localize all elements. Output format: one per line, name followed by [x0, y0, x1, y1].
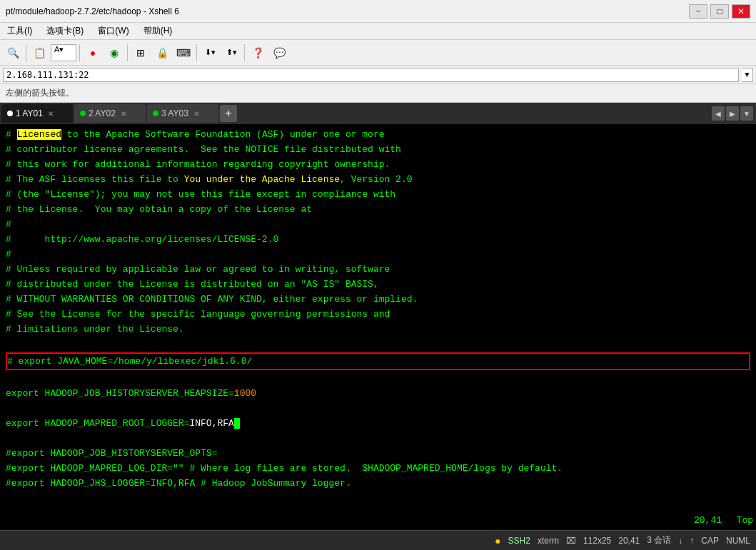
- line-19: [6, 403, 11, 414]
- line-20: export HADOOP_MAPRED_ROOT_LOGGER=INFO,RF…: [6, 418, 240, 429]
- line-4: # The ASF licenses this file to You unde…: [6, 174, 413, 185]
- toolbar-copy[interactable]: 📋: [29, 43, 49, 63]
- address-input[interactable]: [3, 68, 739, 82]
- toolbar: 🔍 📋 A▾ ● ◉ ⊞ 🔒 ⌨ ⬇▾ ⬆▾ ❓ 💬: [0, 40, 756, 66]
- status-bar: ● SSH2 xterm ⌧ 112x25 20,41 3 会话 ↓ ↑ CAP…: [0, 530, 756, 550]
- scroll-pos: Top: [737, 514, 753, 528]
- tab-nav: ◀ ▶ ▼: [712, 106, 753, 121]
- toolbar-resize[interactable]: ⊞: [131, 43, 151, 63]
- tab-prev-button[interactable]: ◀: [712, 106, 725, 121]
- status-dot: ●: [495, 535, 500, 546]
- title-bar: pt/module/hadoop-2.7.2/etc/hadoop - Xshe…: [0, 0, 756, 23]
- status-size: 112x25: [583, 536, 611, 546]
- toolbar-chat[interactable]: 💬: [269, 43, 289, 63]
- line-3: # this work for additional information r…: [6, 159, 390, 170]
- line-16: # export JAVA_HOME=/home/y/libexec/jdk1.…: [7, 356, 252, 367]
- toolbar-sep-3: [127, 44, 128, 61]
- toolbar-red[interactable]: ●: [83, 43, 103, 63]
- status-ssh: SSH2: [508, 536, 530, 546]
- status-cap: CAP: [701, 536, 719, 546]
- tab-2[interactable]: 2 AY02 ✕: [74, 104, 146, 123]
- status-up[interactable]: ↑: [690, 536, 694, 546]
- line-13: # See the License for the specific langu…: [6, 309, 390, 320]
- toolbar-green[interactable]: ◉: [104, 43, 124, 63]
- toolbar-download-dd[interactable]: ⬇▾: [200, 43, 220, 63]
- address-dropdown[interactable]: ▼: [742, 68, 753, 82]
- line-22: #export HADOOP_JOB_HISTORYSERVER_OPTS=: [6, 448, 217, 459]
- cursor-pos: 20,41: [694, 514, 722, 528]
- menu-window[interactable]: 窗口(W): [94, 24, 133, 39]
- status-sessions: 3 会话: [647, 534, 671, 546]
- title-text: pt/module/hadoop-2.7.2/etc/hadoop - Xshe…: [6, 6, 179, 16]
- tab-2-dot: [80, 111, 86, 116]
- tab-3-label: 3 AY03: [161, 108, 188, 118]
- close-button[interactable]: ✕: [732, 4, 750, 19]
- tabs-bar: 1 AY01 ✕ 2 AY02 ✕ 3 AY03 ✕ + ◀ ▶ ▼: [0, 103, 756, 124]
- terminal[interactable]: # Licensed to the Apache Software Founda…: [0, 124, 756, 530]
- tab-menu-button[interactable]: ▼: [740, 106, 753, 121]
- line-14: # limitations under the License.: [6, 324, 184, 335]
- line-7: #: [6, 219, 11, 230]
- tab-1-dot: [7, 111, 13, 116]
- tab-3[interactable]: 3 AY03 ✕: [147, 104, 218, 123]
- status-resize-icon: ⌧: [566, 536, 576, 546]
- toolbar-sep-1: [26, 44, 26, 61]
- toolbar-search[interactable]: 🔍: [3, 43, 23, 63]
- hint-bar: 左侧的箭头按钮。: [0, 84, 756, 103]
- toolbar-keyboard[interactable]: ⌨: [173, 43, 193, 63]
- line-5: # (the "License"); you may not use this …: [6, 189, 395, 200]
- status-cursor: 20,41: [618, 536, 640, 546]
- hint-text: 左侧的箭头按钮。: [6, 87, 74, 99]
- minimize-button[interactable]: －: [689, 4, 707, 19]
- tab-1-close[interactable]: ✕: [46, 108, 56, 118]
- line-17: [6, 373, 11, 384]
- line-18: export HADOOP_JOB_HISTORYSERVER_HEAPSIZE…: [6, 388, 256, 399]
- tab-2-close[interactable]: ✕: [119, 108, 128, 118]
- tab-3-dot: [153, 111, 158, 116]
- line-2: # contributor license agreements. See th…: [6, 144, 401, 155]
- status-down[interactable]: ↓: [678, 536, 682, 546]
- tab-3-close[interactable]: ✕: [191, 108, 201, 118]
- toolbar-color[interactable]: A▾: [51, 44, 76, 61]
- toolbar-sep-2: [79, 44, 80, 61]
- window-controls: － □ ✕: [689, 4, 750, 19]
- line-11: # distributed under the License is distr…: [6, 279, 379, 290]
- line-24: #export HADOOP_JHS_LOGGER=INFO,RFA # Had…: [6, 478, 351, 489]
- menu-tabs[interactable]: 选项卡(B): [42, 24, 88, 39]
- line-12: # WITHOUT WARRANTIES OR CONDITIONS OF AN…: [6, 294, 418, 305]
- tab-1-label: 1 AY01: [16, 108, 43, 118]
- tab-next-button[interactable]: ▶: [726, 106, 739, 121]
- tab-add-button[interactable]: +: [220, 105, 237, 122]
- menu-tools[interactable]: 工具(I): [3, 24, 36, 39]
- line-10: # Unless required by applicable law or a…: [6, 264, 390, 275]
- toolbar-help[interactable]: ❓: [248, 43, 268, 63]
- address-bar: ▼: [0, 66, 756, 84]
- line-9: #: [6, 249, 11, 260]
- line-8: # http://www.apache.org/licenses/LICENSE…: [6, 234, 278, 245]
- line-21: [6, 433, 11, 444]
- toolbar-lock[interactable]: 🔒: [152, 43, 172, 63]
- tab-2-label: 2 AY02: [89, 108, 116, 118]
- terminal-content: # Licensed to the Apache Software Founda…: [6, 127, 750, 491]
- menu-bar: 工具(I) 选项卡(B) 窗口(W) 帮助(H): [0, 23, 756, 40]
- line-1: # Licensed to the Apache Software Founda…: [6, 129, 385, 140]
- line-16-boxed: # export JAVA_HOME=/home/y/libexec/jdk1.…: [6, 352, 750, 370]
- tab-1[interactable]: 1 AY01 ✕: [1, 104, 73, 123]
- maximize-button[interactable]: □: [710, 4, 729, 19]
- line-6: # the License. You may obtain a copy of …: [6, 204, 312, 215]
- status-right: ● SSH2 xterm ⌧ 112x25 20,41 3 会话 ↓ ↑ CAP…: [495, 534, 750, 546]
- toolbar-upload-dd[interactable]: ⬆▾: [221, 43, 241, 63]
- status-extra: NUML: [726, 536, 750, 546]
- menu-help[interactable]: 帮助(H): [139, 24, 177, 39]
- line-15: [6, 339, 11, 350]
- status-term: xterm: [538, 536, 559, 546]
- line-23: #export HADOOP_MAPRED_LOG_DIR="" # Where…: [6, 463, 563, 474]
- toolbar-sep-5: [244, 44, 245, 61]
- toolbar-sep-4: [196, 44, 197, 61]
